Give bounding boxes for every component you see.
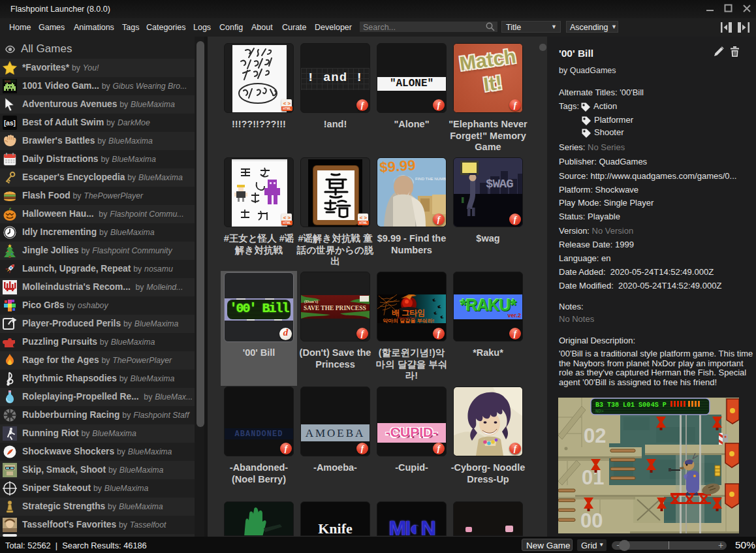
svg-text:$9.99: $9.99: [379, 158, 417, 176]
svg-text:00: 00: [580, 509, 603, 532]
svg-text:악마의 달걀을 부숴라!: 악마의 달걀을 부숴라!: [383, 318, 434, 323]
svg-text:FIND THE NUMBERS: FIND THE NUMBERS: [415, 177, 446, 181]
svg-text:02: 02: [584, 424, 606, 447]
svg-text:$WAG: $WAG: [486, 177, 513, 191]
svg-text:[as]: [as]: [4, 119, 16, 127]
svg-text:SAVE THE PRINCESS: SAVE THE PRINCESS: [304, 305, 366, 311]
svg-text:1001: 1001: [5, 80, 11, 83]
svg-text:ND>: ND>: [595, 409, 604, 414]
svg-text:(Don't): (Don't): [304, 299, 319, 304]
svg-text:B3 T38 L01 S00 4S P: B3 T38 L01 S00 4S P: [595, 402, 667, 409]
